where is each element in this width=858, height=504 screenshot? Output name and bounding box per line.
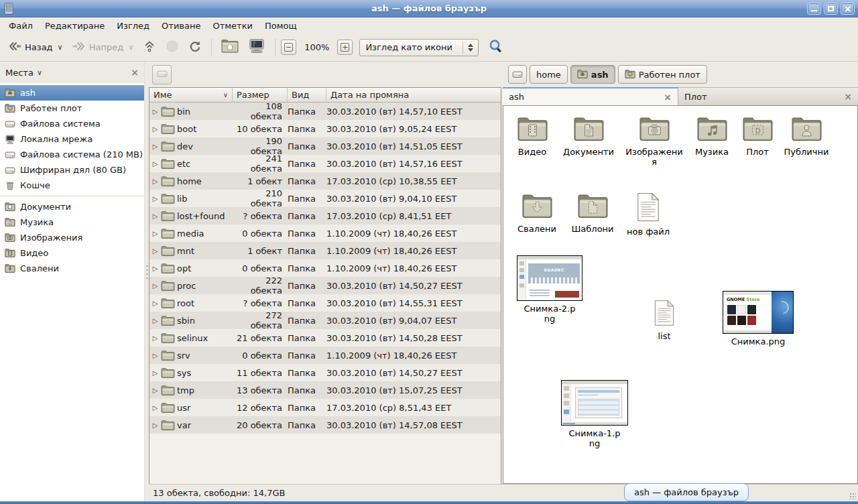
tree-row-usr[interactable]: ▷ usr 12 обекта Папка 17.03.2010 (ср) 8,… — [149, 399, 501, 416]
sidebar-item-encrypted-80[interactable]: Шифриран дял (80 GB) — [0, 162, 144, 178]
sidebar-item-ash[interactable]: ash — [0, 85, 144, 101]
tab-ash[interactable]: ash × — [503, 87, 678, 105]
zoom-out-button[interactable]: − — [281, 40, 296, 55]
expander-icon[interactable]: ▷ — [149, 422, 161, 429]
menu-item-4[interactable]: Отметки — [206, 19, 258, 32]
sidebar-splitter[interactable] — [144, 62, 149, 501]
file-documents[interactable]: Документи — [552, 117, 625, 158]
path-button-home[interactable]: home — [530, 65, 568, 84]
expander-icon[interactable]: ▷ — [149, 317, 161, 324]
cell-date: 30.03.2010 (вт) 14,50,27 EEST — [326, 368, 501, 378]
file-new-file[interactable]: нов файл — [611, 192, 685, 237]
back-button[interactable]: Назад ∨ — [4, 38, 67, 57]
column-header-size[interactable]: Размер — [233, 88, 288, 103]
sidebar-item-downloads[interactable]: Свалени — [0, 261, 144, 276]
expander-icon[interactable]: ▷ — [149, 352, 161, 359]
tree-row-proc[interactable]: ▷ proc 222 обекта Папка 30.03.2010 (вт) … — [149, 277, 501, 294]
expander-icon[interactable]: ▷ — [149, 334, 161, 342]
menu-item-3[interactable]: Отиване — [156, 19, 206, 32]
sidebar-close-button[interactable]: × — [131, 67, 139, 78]
column-header-date[interactable]: Дата на промяна — [326, 88, 501, 103]
menu-item-5[interactable]: Помощ — [259, 19, 303, 32]
sidebar-item-images[interactable]: Изображения — [0, 230, 144, 245]
tree-root-button[interactable] — [152, 65, 172, 84]
sidebar-item-label: Работен плот — [20, 103, 82, 113]
path-button-ash[interactable]: ash — [570, 65, 615, 84]
file-snimka[interactable]: GNOME Store Снимка.png — [721, 291, 795, 347]
sidebar-item-music[interactable]: ♫Музика — [0, 214, 144, 230]
zoom-in-button[interactable]: + — [337, 40, 353, 55]
sidebar-pane-select[interactable]: Места ∨ — [5, 68, 42, 78]
maximize-button[interactable] — [824, 3, 838, 15]
tree-row-opt[interactable]: ▷ opt 0 обекта Папка 1.10.2009 (чт) 18,4… — [149, 259, 501, 277]
expander-icon[interactable]: ▷ — [149, 108, 161, 115]
tab-plot[interactable]: Плот × — [678, 87, 858, 105]
sidebar-item-filesystem[interactable]: Файлова система — [0, 116, 144, 131]
expander-icon[interactable]: ▷ — [149, 369, 161, 377]
folder-doc-icon — [573, 117, 605, 144]
expander-icon[interactable]: ▷ — [149, 300, 161, 307]
tab-close-icon[interactable]: × — [664, 92, 672, 103]
minimize-button[interactable] — [807, 3, 821, 15]
tree-row-media[interactable]: ▷ media 0 обекта Папка 1.10.2009 (чт) 18… — [149, 225, 501, 242]
expander-icon[interactable]: ▷ — [149, 265, 161, 272]
reload-button[interactable] — [184, 37, 206, 58]
tab-close-icon[interactable]: × — [844, 91, 852, 102]
file-snimka-1[interactable]: Снимка-1.png — [558, 380, 631, 449]
expander-icon[interactable]: ▷ — [149, 125, 161, 133]
sidebar-item-documents[interactable]: Документи — [0, 199, 144, 214]
sidebar-item-filesystem-210[interactable]: Файлова система (210 MB) — [0, 147, 144, 162]
expander-icon[interactable]: ▷ — [149, 404, 161, 412]
icon-view[interactable]: Видео Документи Изображения Музика DПлот… — [503, 105, 858, 484]
tree-row-var[interactable]: ▷ var 20 обекта Папка 30.03.2010 (вт) 14… — [149, 416, 501, 434]
menu-item-0[interactable]: Файл — [3, 19, 39, 32]
expander-icon[interactable]: ▷ — [149, 143, 161, 150]
expander-icon[interactable]: ▷ — [149, 247, 161, 255]
menu-item-2[interactable]: Изглед — [111, 19, 156, 32]
tree-row-tmp[interactable]: ▷ tmp 13 обекта Папка 30.03.2010 (вт) 15… — [149, 381, 501, 399]
stop-button[interactable] — [162, 37, 183, 58]
expander-icon[interactable]: ▷ — [149, 230, 161, 237]
tree-row-dev[interactable]: ▷ dev 190 обекта Папка 30.03.2010 (вт) 1… — [149, 137, 501, 155]
tree-row-etc[interactable]: ▷ etc 241 обекта Папка 30.03.2010 (вт) 1… — [149, 155, 501, 172]
tree-row-sbin[interactable]: ▷ sbin 272 обекта Папка 30.03.2010 (вт) … — [149, 312, 501, 329]
sidebar-item-desktop[interactable]: Работен плот — [0, 101, 144, 116]
menu-item-1[interactable]: Редактиране — [39, 19, 111, 32]
expander-icon[interactable]: ▷ — [149, 387, 161, 394]
expander-icon[interactable]: ▷ — [149, 212, 161, 220]
file-snimka-2[interactable]: GUADEC Снимка-2.png — [513, 255, 587, 324]
sidebar-item-video[interactable]: Видео — [0, 245, 144, 261]
view-mode-select[interactable]: Изглед като икони — [359, 39, 479, 56]
search-button[interactable] — [487, 37, 505, 58]
taskbar-window-button[interactable]: ash — файлов браузър — [624, 483, 749, 501]
forward-button[interactable]: Напред ∨ — [68, 38, 138, 57]
file-public[interactable]: Публични — [770, 117, 843, 158]
tree-row-srv[interactable]: ▷ srv 0 обекта Папка 1.10.2009 (чт) 18,4… — [149, 346, 501, 364]
sidebar-item-trash[interactable]: Кошче — [0, 178, 144, 193]
tree-row-mnt[interactable]: ▷ mnt 1 обект Папка 1.10.2009 (чт) 18,40… — [149, 242, 501, 259]
expander-icon[interactable]: ▷ — [149, 282, 161, 290]
path-button-root[interactable] — [508, 65, 527, 84]
tree-row-lost+found[interactable]: ▷ lost+found ? обекта Папка 17.03.2010 (… — [149, 207, 501, 225]
tree-row-boot[interactable]: ▷ boot 10 обекта Папка 30.03.2010 (вт) 9… — [149, 120, 501, 137]
tree-row-selinux[interactable]: ▷ selinux 21 обекта Папка 30.03.2010 (вт… — [149, 329, 501, 346]
tree-row-lib[interactable]: ▷ lib 210 обекта Папка 30.03.2010 (вт) 9… — [149, 190, 501, 207]
back-dropdown-icon[interactable]: ∨ — [58, 43, 63, 52]
tree-row-bin[interactable]: ▷ bin 108 обекта Папка 30.03.2010 (вт) 1… — [149, 103, 501, 120]
path-button-desktop[interactable]: Работен плот — [618, 65, 707, 84]
expander-icon[interactable]: ▷ — [149, 195, 161, 202]
up-button[interactable] — [139, 37, 160, 58]
tree-row-root[interactable]: ▷ root ? обекта Папка 30.03.2010 (вт) 14… — [149, 294, 501, 312]
column-header-name[interactable]: Име ∨ — [149, 88, 233, 103]
close-button[interactable]: × — [841, 3, 855, 15]
expander-icon[interactable]: ▷ — [149, 160, 161, 168]
file-list[interactable]: list — [627, 300, 701, 342]
home-button[interactable] — [217, 36, 243, 58]
tree-row-sys[interactable]: ▷ sys 11 обекта Папка 30.03.2010 (вт) 14… — [149, 364, 501, 381]
expander-icon[interactable]: ▷ — [149, 178, 161, 185]
tree-row-home[interactable]: ▷ home 1 обект Папка 17.03.2010 (ср) 10,… — [149, 172, 501, 190]
sidebar-item-network[interactable]: Локална мрежа — [0, 131, 144, 147]
column-header-type[interactable]: Вид — [288, 88, 326, 103]
resize-grip[interactable] — [849, 493, 856, 499]
computer-button[interactable] — [244, 36, 269, 59]
